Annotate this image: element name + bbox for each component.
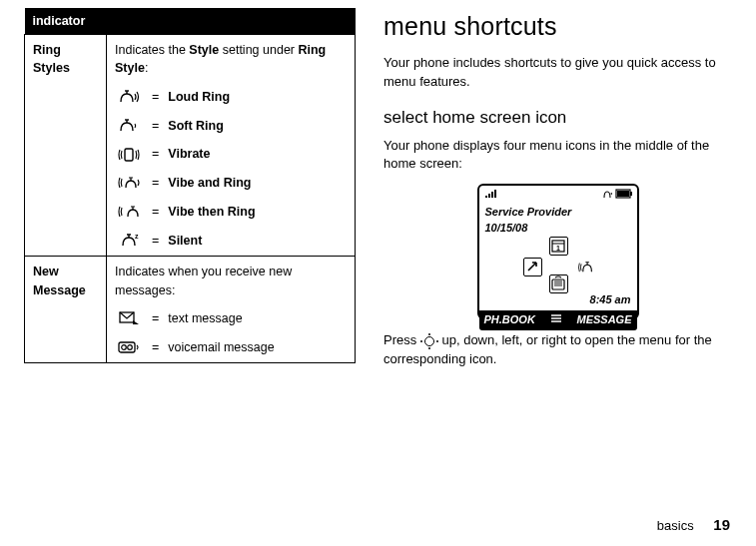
menu-icon xyxy=(550,312,562,328)
indicator-name: Loud Ring xyxy=(168,88,230,106)
equals: = xyxy=(149,88,162,106)
indicator-name: voicemail message xyxy=(168,338,274,356)
indicator-table: indicator Ring Styles Indicates the Styl… xyxy=(24,8,356,363)
signal-icon xyxy=(484,189,498,204)
text-message-icon xyxy=(115,309,143,328)
equals: = xyxy=(149,309,162,327)
footer-section: basics xyxy=(657,518,694,533)
svg-rect-8 xyxy=(630,192,632,196)
page-footer: basics 19 xyxy=(657,514,730,536)
style-word: Style xyxy=(189,43,219,57)
phone-time: 8:45 am xyxy=(479,292,637,310)
indicator-name: Vibrate xyxy=(168,145,210,163)
ring-styles-label: Ring Styles xyxy=(25,35,107,257)
indicator-item: z = Silent xyxy=(115,232,347,251)
table-row: Ring Styles Indicates the Style setting … xyxy=(25,35,356,257)
shortcut-icon xyxy=(523,258,542,276)
page-number: 19 xyxy=(713,516,730,533)
page-title: menu shortcuts xyxy=(383,8,732,44)
svg-rect-11 xyxy=(552,279,564,289)
equals: = xyxy=(149,232,162,250)
indicator-item: = Vibe then Ring xyxy=(115,203,347,222)
intro-paragraph: Your phone includes shortcuts to give yo… xyxy=(383,54,732,92)
calendar-icon: 1 xyxy=(549,237,568,256)
indicator-name: Vibe and Ring xyxy=(168,174,251,192)
vibrate-icon xyxy=(115,145,143,164)
silent-icon: z xyxy=(115,232,143,251)
equals: = xyxy=(149,145,162,163)
new-message-desc: Indicates when you receive new messages:… xyxy=(107,257,356,363)
txt: setting under xyxy=(219,43,298,57)
svg-text:1: 1 xyxy=(556,245,560,252)
ring-styles-desc: Indicates the Style setting under Ring S… xyxy=(107,35,356,257)
phone-date: 10/15/08 xyxy=(479,221,637,237)
svg-rect-7 xyxy=(617,191,629,197)
indicator-item: = text message xyxy=(115,309,347,328)
indicator-item: = Vibrate xyxy=(115,145,347,164)
equals: = xyxy=(149,203,162,221)
service-provider: Service Provider xyxy=(479,205,637,221)
indicator-item: = voicemail message xyxy=(115,338,347,357)
voicemail-message-icon xyxy=(115,338,143,357)
equals: = xyxy=(149,117,162,135)
indicator-item: = Soft Ring xyxy=(115,116,347,135)
txt: : xyxy=(145,61,148,75)
ring-intro: Indicates the Style setting under Ring S… xyxy=(115,43,326,75)
indicator-name: Vibe then Ring xyxy=(168,203,255,221)
svg-point-5 xyxy=(128,345,133,350)
msg-intro: Indicates when you receive new messages: xyxy=(115,265,292,296)
softkey-left: PH.BOOK xyxy=(484,312,535,328)
indicator-name: text message xyxy=(168,309,242,327)
loud-ring-icon xyxy=(115,87,143,106)
equals: = xyxy=(149,338,162,356)
equals: = xyxy=(149,174,162,192)
table-header: indicator xyxy=(25,8,356,35)
vibe-and-ring-icon xyxy=(115,174,143,193)
ring-style-menu-icon xyxy=(575,258,594,276)
right-column: menu shortcuts Your phone includes short… xyxy=(383,8,732,377)
svg-point-4 xyxy=(122,345,127,350)
vibe-then-ring-icon xyxy=(115,203,143,222)
phone-softkey-bar: PH.BOOK MESSAGE xyxy=(479,310,637,330)
svg-rect-0 xyxy=(125,149,133,161)
soft-ring-icon xyxy=(115,116,143,135)
table-row: New Message Indicates when you receive n… xyxy=(25,257,356,363)
txt: Indicates the xyxy=(115,43,189,57)
indicator-item: = Loud Ring xyxy=(115,87,347,106)
indicator-name: Silent xyxy=(168,232,202,250)
svg-text:z: z xyxy=(135,233,139,240)
status-right xyxy=(602,189,632,204)
txt: Press xyxy=(383,332,420,347)
indicator-name: Soft Ring xyxy=(168,117,224,135)
phone-screen-illustration: Service Provider 10/15/08 1 8:45 am PH.B… xyxy=(477,184,639,319)
phone-icon-grid: 1 xyxy=(479,237,637,292)
press-instruction: Press up, down, left, or right to open t… xyxy=(383,331,732,369)
recent-calls-icon xyxy=(549,274,568,293)
subheading: select home screen icon xyxy=(383,106,732,131)
navigation-key-icon xyxy=(420,334,438,348)
new-message-label: New Message xyxy=(25,257,107,363)
sub-paragraph: Your phone displays four menu icons in t… xyxy=(383,137,732,175)
indicator-item: = Vibe and Ring xyxy=(115,174,347,193)
softkey-right: MESSAGE xyxy=(576,312,631,328)
phone-status-bar xyxy=(479,186,637,205)
indicator-table-column: indicator Ring Styles Indicates the Styl… xyxy=(24,8,356,377)
